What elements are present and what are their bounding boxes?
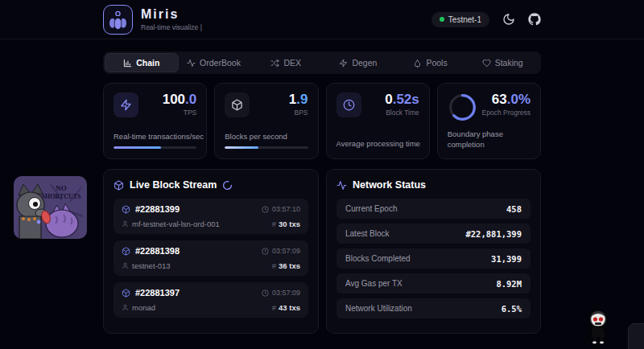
bps-description: Blocks per second: [225, 132, 287, 142]
page-title: Miris: [141, 7, 202, 22]
tab-dex[interactable]: DEX: [250, 54, 322, 72]
tab-label: Pools: [426, 58, 447, 68]
block-validator: monad: [132, 303, 155, 312]
epoch-progress-ring: [448, 92, 477, 122]
sticker-text-line1: NO: [56, 184, 67, 192]
loading-spinner-icon: [222, 180, 233, 191]
user-icon: [122, 262, 129, 269]
theme-toggle-moon-icon[interactable]: [502, 13, 515, 26]
block-validator: mf-testnet-val-lsn-ord-001: [132, 220, 220, 228]
pixel-character: [586, 310, 612, 344]
tps-value: 100.0: [163, 92, 197, 106]
stat-card-tps: 100.0 TPS Real-time transactions/sec: [103, 83, 207, 159]
epoch-description: Boundary phase completion: [448, 129, 508, 150]
bps-value: 1.9: [289, 92, 308, 106]
block-tx-count: #36 txs: [272, 261, 300, 270]
tps-description: Real-time transactions/sec: [114, 132, 204, 142]
status-row-avg-gas: Avg Gas per TX 8.92M: [336, 273, 530, 294]
status-row-network-utilization: Network Utilization 6.5%: [336, 298, 530, 318]
block-time: 03:57:10: [272, 205, 300, 213]
clock-icon: [336, 92, 361, 117]
status-row-latest-block: Latest Block #22,881,399: [336, 224, 530, 244]
cube-icon: [114, 180, 124, 191]
stat-cards-row: 100.0 TPS Real-time transactions/sec 1.9…: [103, 83, 541, 159]
user-icon: [122, 304, 129, 311]
no-shortcuts-sticker: NO SHORTCUTS: [14, 176, 87, 239]
network-status-title: Network Status: [336, 179, 530, 191]
stat-card-epoch-progress: 63.0% Epoch Progress Boundary phase comp…: [437, 83, 541, 159]
block-row[interactable]: #22881398 03:57:09 testnet-013 #36 txs: [114, 240, 308, 276]
block-tx-count: #30 txs: [272, 220, 300, 228]
block-validator: testnet-013: [132, 261, 171, 270]
block-number: #22881397: [135, 288, 180, 298]
tab-chain[interactable]: Chain: [105, 54, 178, 72]
block-number: #22881399: [135, 204, 180, 214]
corner-widget: [628, 323, 644, 349]
page-subtitle: Real-time visualize |: [141, 23, 202, 31]
live-block-stream-panel: Live Block Stream #22881399 03:57:10 mf-…: [103, 169, 319, 334]
tab-label: Degen: [352, 58, 377, 68]
bps-progress-bar: [225, 146, 308, 149]
block-row[interactable]: #22881397 03:57:09 monad #43 txs: [114, 282, 308, 318]
tab-label: OrderBook: [200, 58, 241, 68]
stat-card-bps: 1.9 BPS Blocks per second: [214, 83, 318, 159]
tab-label: Chain: [136, 58, 159, 68]
tps-progress-bar: [114, 146, 196, 149]
status-dot-icon: [440, 17, 444, 22]
github-icon[interactable]: [528, 13, 541, 26]
zap-icon: [114, 92, 138, 117]
app-screen: Miris Real-time visualize | Testnet-1: [0, 0, 644, 349]
block-time-value: 0.52s: [385, 92, 419, 106]
cube-icon: [122, 247, 130, 256]
network-status-panel: Network Status Current Epoch 458 Latest …: [326, 169, 541, 334]
cube-icon: [225, 92, 250, 117]
clock-icon: [262, 289, 269, 297]
epoch-value: 63.0%: [482, 92, 530, 106]
cube-icon: [122, 205, 130, 214]
app-logo-icon: [103, 5, 133, 35]
tab-label: Staking: [495, 58, 523, 68]
block-row[interactable]: #22881399 03:57:10 mf-testnet-val-lsn-or…: [114, 199, 308, 234]
tab-orderbook[interactable]: OrderBook: [178, 54, 250, 72]
tps-unit: TPS: [163, 109, 197, 117]
tab-label: DEX: [283, 58, 301, 68]
stat-card-block-time: 0.52s Block Time Average processing time: [326, 83, 430, 159]
bps-unit: BPS: [289, 109, 308, 117]
block-list: #22881399 03:57:10 mf-testnet-val-lsn-or…: [114, 199, 308, 318]
tab-staking[interactable]: Staking: [466, 54, 539, 72]
status-list: Current Epoch 458 Latest Block #22,881,3…: [336, 199, 530, 318]
status-row-current-epoch: Current Epoch 458: [336, 199, 530, 219]
live-block-stream-title: Live Block Stream: [114, 179, 308, 191]
block-time-unit: Block Time: [385, 109, 419, 117]
block-number: #22881398: [135, 246, 180, 256]
clock-icon: [262, 248, 269, 255]
network-badge-label: Testnet-1: [448, 15, 481, 24]
brand: Miris Real-time visualize |: [103, 5, 202, 35]
tabbar: Chain OrderBook DEX Degen Pools Staking: [103, 51, 541, 74]
user-icon: [122, 220, 129, 228]
sticker-text-line2: SHORTCUTS: [41, 193, 81, 200]
clock-icon: [262, 206, 269, 213]
block-time: 03:57:09: [272, 247, 300, 255]
header: Miris Real-time visualize | Testnet-1: [0, 0, 644, 39]
activity-icon: [336, 180, 347, 191]
block-time: 03:57:09: [272, 289, 300, 297]
tab-pools[interactable]: Pools: [394, 54, 467, 72]
tab-degen[interactable]: Degen: [322, 54, 394, 72]
block-time-description: Average processing time: [336, 139, 420, 149]
cube-icon: [122, 289, 130, 298]
status-row-blocks-completed: Blocks Completed 31,399: [336, 248, 530, 269]
network-badge[interactable]: Testnet-1: [431, 12, 489, 27]
block-tx-count: #43 txs: [272, 303, 300, 312]
epoch-unit: Epoch Progress: [482, 109, 530, 117]
